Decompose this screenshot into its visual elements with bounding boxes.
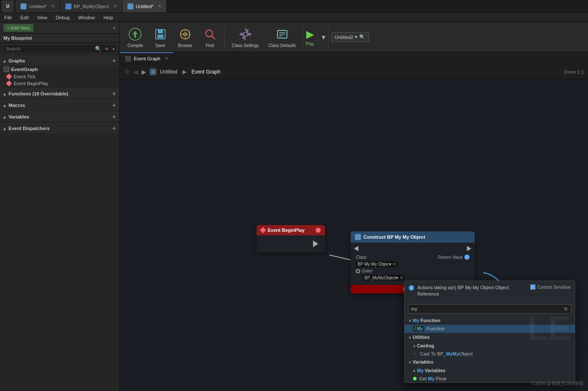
compile-button[interactable]: Compile — [123, 25, 148, 50]
class-input: Class — [356, 255, 366, 260]
construct-exec-in — [354, 246, 358, 251]
tab-untitled-1[interactable]: Untitled* ✕ — [15, 0, 60, 12]
graphs-arrow: ▴ — [3, 59, 6, 63]
macros-add[interactable]: + — [112, 102, 116, 109]
graph-tab-close[interactable]: ✕ — [165, 56, 168, 61]
my-function-category[interactable]: ▴ My Function — [405, 316, 575, 325]
event-tick-item[interactable]: Event Tick — [0, 73, 119, 80]
breadcrumb-star[interactable]: ☆ — [124, 68, 130, 76]
function-text: Function — [420, 318, 440, 323]
actions-search-input[interactable] — [408, 305, 561, 313]
variables-header[interactable]: ▴ Variables + — [0, 112, 119, 121]
menu-help[interactable]: Help — [99, 13, 118, 22]
event-beginplay-item[interactable]: Event BeginPlay — [0, 80, 119, 87]
tab-close-bp[interactable]: ✕ — [113, 4, 117, 9]
dispatchers-header[interactable]: ▴ Event Dispatchers + — [0, 123, 119, 133]
cast-label: Cast To BP_MyMyObject — [420, 351, 473, 356]
context-checkbox[interactable]: ✓ — [530, 284, 535, 290]
svg-rect-2 — [158, 30, 163, 33]
class-value[interactable]: BP My My Objec▾ ⟲ — [356, 261, 398, 267]
menu-edit[interactable]: Edit — [16, 13, 33, 22]
right-area: Compile Save Browse Find — [120, 22, 588, 391]
search-icon: 🔍 — [93, 46, 103, 52]
find-label: Find — [206, 43, 214, 48]
search-input[interactable] — [3, 45, 93, 53]
dispatchers-label: Event Dispatchers — [9, 126, 50, 131]
breadcrumb-separator: ▶ — [183, 69, 186, 75]
variables-section: ▴ Variables + — [0, 111, 119, 122]
tab-label-bp: BP_MyMyObject — [74, 4, 109, 9]
expand-icon[interactable]: ▾ — [111, 47, 116, 51]
class-defaults-button[interactable]: Class Defaults — [264, 25, 300, 50]
my-function-item[interactable]: / My Function — [405, 325, 575, 333]
browse-button[interactable]: Browse — [173, 25, 197, 50]
event-tick-icon — [6, 74, 12, 80]
functions-add[interactable]: + — [112, 90, 116, 97]
graphs-add[interactable]: + — [112, 57, 116, 64]
save-button[interactable]: Save — [148, 25, 172, 50]
tab-close-1[interactable]: ✕ — [51, 4, 55, 9]
tab-untitled-2[interactable]: Untitled* ✕ — [122, 0, 167, 12]
browse-label: Browse — [178, 43, 192, 48]
utilities-category[interactable]: ▴ Utilities — [405, 333, 575, 341]
variables-category[interactable]: ▴ Variables — [405, 358, 575, 366]
class-row: Class Return Value — [354, 254, 471, 261]
functions-header[interactable]: ▴ Functions (18 Overridable) + — [0, 89, 119, 98]
find-icon — [202, 27, 218, 42]
panel-close[interactable]: ✕ — [112, 26, 116, 30]
breadcrumb-item-2[interactable]: Event Graph — [192, 69, 220, 75]
svg-point-9 — [243, 32, 248, 36]
outer-pin — [356, 269, 360, 273]
my-variables-category[interactable]: ▴ My Variables — [405, 366, 575, 375]
class-settings-button[interactable]: Class Settings — [228, 25, 263, 50]
menu-window[interactable]: Window — [74, 13, 99, 22]
my-highlight-1: My — [413, 318, 419, 323]
actions-panel: Actions taking a(n) BP My My Object Obje… — [404, 281, 575, 383]
variables-add[interactable]: + — [112, 113, 116, 120]
find-button[interactable]: Find — [198, 25, 222, 50]
func-icon: / My — [413, 326, 424, 332]
breadcrumb-back[interactable]: ◀ — [133, 68, 138, 75]
graph-tab-icon: ⬛ — [125, 56, 131, 62]
graphs-label: Graphs — [9, 58, 25, 63]
event-beginplay-label: Event BeginPlay — [14, 81, 48, 86]
tab-icon-2 — [127, 3, 133, 9]
breadcrumb-item-1[interactable]: Untitled — [160, 69, 177, 75]
debug-filter[interactable]: Untitled2 ▾ 🔍 — [331, 32, 369, 42]
outer-value[interactable]: BP_MyMyObject▾ ⟲ — [363, 275, 405, 281]
menu-file[interactable]: File — [0, 13, 16, 22]
menu-debug[interactable]: Debug — [51, 13, 74, 22]
eye-icon[interactable]: 👁 — [103, 47, 111, 51]
tab-bp[interactable]: BP_MyMyObject ✕ — [60, 0, 122, 12]
variables-label: Variables — [9, 114, 29, 119]
class-settings-icon — [238, 27, 253, 42]
casting-category[interactable]: ▴ Casting — [405, 341, 575, 350]
cast-item[interactable]: ↔ Cast To BP_MyMyObject — [405, 350, 575, 358]
compile-icon — [127, 27, 143, 42]
add-new-button[interactable]: + Add New — [3, 24, 33, 32]
blueprint-canvas[interactable]: Event BeginPlay Construct BP My My Objec… — [120, 80, 588, 391]
outer-input: Outer — [356, 269, 372, 273]
play-dropdown[interactable]: ▾ — [322, 33, 325, 42]
actions-search-clear[interactable]: ✕ — [561, 305, 571, 312]
compile-label: Compile — [127, 43, 143, 48]
play-button[interactable]: ▶ Play — [306, 28, 314, 46]
menu-view[interactable]: View — [33, 13, 52, 22]
dispatchers-add[interactable]: + — [112, 125, 116, 132]
macros-header[interactable]: ▴ Macros + — [0, 100, 119, 110]
context-sensitive[interactable]: ✓ Context Sensitive — [530, 284, 570, 290]
toolbar-separator-1 — [225, 27, 225, 48]
event-graph-tab[interactable]: ⬛ Event Graph ✕ — [120, 52, 174, 64]
event-graph-label[interactable]: ⬛ EventGraph — [0, 65, 119, 73]
debug-filter-label: Untitled2 — [335, 35, 353, 40]
construct-title: Construct BP My My Object — [363, 234, 425, 240]
class-label: Class — [356, 255, 366, 260]
class-reset-icon[interactable]: ⟲ — [393, 262, 396, 267]
outer-reset-icon[interactable]: ⟲ — [399, 275, 403, 280]
graphs-header[interactable]: ▴ Graphs + — [0, 56, 119, 65]
tab-close-2[interactable]: ✕ — [158, 4, 161, 9]
play-label: Play — [306, 41, 314, 46]
breadcrumb-forward[interactable]: ▶ — [142, 68, 146, 75]
tab-bar: Untitled* ✕ BP_MyMyObject ✕ Untitled* ✕ — [15, 0, 588, 12]
panel-title: My Blueprint — [3, 36, 32, 41]
